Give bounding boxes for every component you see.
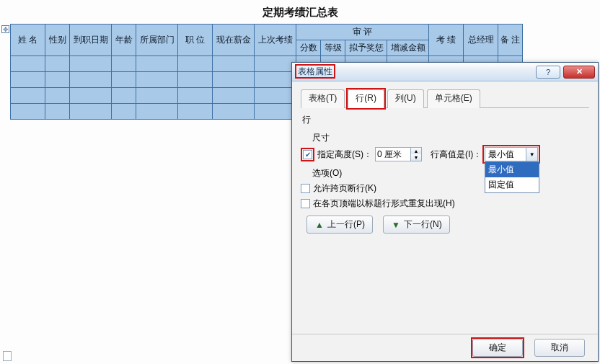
col-level: 等级	[321, 40, 345, 56]
tab-column[interactable]: 列(U)	[387, 89, 424, 108]
close-button[interactable]: ✕	[563, 66, 595, 79]
dialog-footer: 确定 取消	[292, 334, 598, 361]
label-allow-break: 允许跨页断行(K)	[313, 182, 376, 195]
label-row-height-is: 行高值是(I)：	[431, 148, 482, 161]
arrow-up-icon: ▲	[314, 220, 325, 230]
group-size-label: 尺寸	[312, 132, 589, 144]
label-specify-height: 指定高度(S)：	[317, 148, 372, 161]
col-reward: 拟予奖惩	[345, 40, 387, 56]
arrow-down-icon: ▼	[391, 220, 401, 230]
page-title: 定期考绩汇总表	[0, 6, 600, 19]
page-corner-marker	[3, 351, 12, 361]
height-spinner[interactable]: ▲ ▼	[375, 147, 422, 161]
col-dept: 所属部门	[136, 25, 178, 56]
checkbox-specify-height[interactable]	[303, 150, 312, 159]
col-grade: 考 绩	[429, 25, 464, 56]
checkbox-allow-break[interactable]	[301, 184, 310, 193]
col-group-review: 审 评	[296, 25, 429, 40]
tab-table[interactable]: 表格(T)	[301, 89, 345, 108]
tab-row[interactable]: 行(R)	[348, 89, 384, 108]
col-score: 分数	[296, 40, 321, 56]
checkbox-repeat-header[interactable]	[301, 199, 310, 208]
col-note: 备 注	[498, 25, 523, 56]
col-delta: 增减金额	[387, 40, 429, 56]
col-title: 职 位	[178, 25, 213, 56]
col-hiredate: 到职日期	[70, 25, 112, 56]
col-last-review: 上次考绩	[255, 25, 296, 56]
tab-cell[interactable]: 单元格(E)	[427, 89, 480, 108]
help-button[interactable]: ?	[536, 66, 560, 79]
combo-dropdown-list[interactable]: 最小值 固定值	[485, 161, 539, 193]
ok-button[interactable]: 确定	[472, 339, 523, 357]
combo-option-min[interactable]: 最小值	[485, 162, 539, 177]
row-height-type-combo[interactable]: 最小值 ▼	[485, 147, 538, 161]
height-input[interactable]	[376, 148, 410, 161]
spin-up-icon[interactable]: ▲	[411, 148, 421, 154]
spin-down-icon[interactable]: ▼	[411, 154, 421, 161]
combo-option-fixed[interactable]: 固定值	[485, 177, 539, 192]
dialog-title: 表格属性	[298, 66, 332, 78]
col-gm: 总经理	[464, 25, 498, 56]
group-options-label: 选项(O)	[312, 167, 589, 179]
group-row-label: 行	[302, 114, 589, 126]
cancel-button[interactable]: 取消	[534, 339, 585, 357]
tab-strip: 表格(T) 行(R) 列(U) 单元格(E)	[301, 89, 589, 108]
label-repeat-header: 在各页顶端以标题行形式重复出现(H)	[313, 197, 455, 210]
col-salary: 现在薪金	[213, 25, 255, 56]
next-row-button[interactable]: ▼ 下一行(N)	[383, 216, 450, 234]
dialog-titlebar[interactable]: 表格属性 ? ✕	[292, 63, 598, 81]
table-properties-dialog: 表格属性 ? ✕ 表格(T) 行(R) 列(U) 单元格(E) 行 尺寸 指定高…	[291, 62, 599, 362]
table-move-handle[interactable]: ✥	[1, 25, 9, 33]
col-age: 年龄	[112, 25, 136, 56]
col-name: 姓 名	[11, 25, 45, 56]
col-gender: 性别	[45, 25, 70, 56]
highlight-spec-height	[301, 148, 314, 161]
combo-selected-value: 最小值	[485, 148, 526, 161]
prev-row-button[interactable]: ▲ 上一行(P)	[306, 216, 373, 234]
chevron-down-icon[interactable]: ▼	[526, 148, 537, 161]
